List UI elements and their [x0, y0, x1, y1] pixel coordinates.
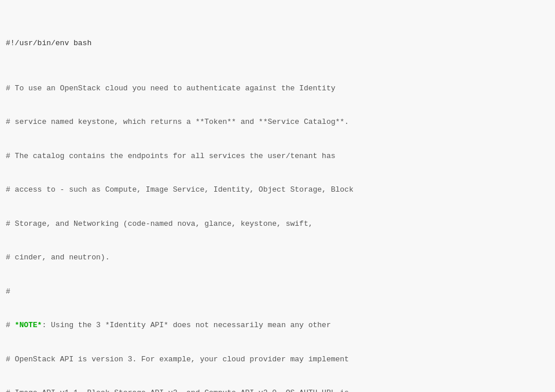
line-c2: # service named keystone, which returns …: [6, 116, 549, 128]
line-c3: # The catalog contains the endpoints for…: [6, 151, 549, 162]
line-shebang: #!/usr/bin/env bash: [6, 38, 549, 49]
line-c10: # Image API v1.1, Block Storage API v2, …: [6, 387, 549, 392]
line-c7: #: [6, 286, 549, 298]
line-c9: # OpenStack API is version 3. For exampl…: [6, 354, 549, 365]
line-c5: # Storage, and Networking (code-named no…: [6, 218, 549, 230]
line-c8: # *NOTE*: Using the 3 *Identity API* doe…: [6, 320, 549, 331]
code-block: #!/usr/bin/env bash # To use an OpenStac…: [0, 0, 555, 392]
line-c1: # To use an OpenStack cloud you need to …: [6, 83, 549, 94]
line-c4: # access to - such as Compute, Image Ser…: [6, 184, 549, 196]
line-c6: # cinder, and neutron).: [6, 252, 549, 263]
